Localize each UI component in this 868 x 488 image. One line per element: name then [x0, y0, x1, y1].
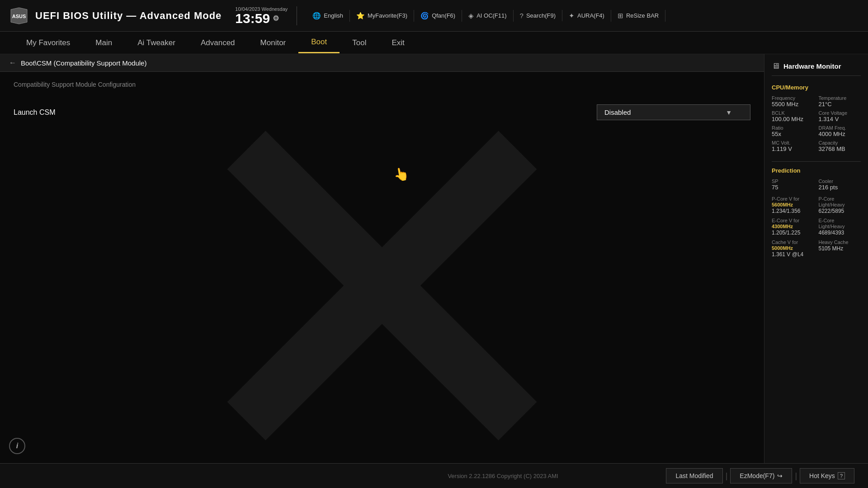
ratio-stat: Ratio 55x: [772, 125, 814, 137]
back-button[interactable]: ←: [9, 59, 16, 67]
nav-ai-tweaker[interactable]: Ai Tweaker: [125, 33, 188, 53]
cooler-label: Cooler: [819, 178, 861, 184]
divider: [772, 161, 861, 162]
dropdown-box[interactable]: Disabled ▼: [597, 104, 750, 120]
dram-freq-label: DRAM Freq.: [819, 125, 861, 131]
mc-volt-stat: MC Volt. 1.119 V: [772, 140, 814, 152]
toolbar-qfan[interactable]: 🌀 Qfan(F6): [414, 10, 462, 22]
nav-exit[interactable]: Exit: [379, 33, 417, 53]
svg-line-3: [246, 150, 518, 421]
hw-monitor-title: Hardware Monitor: [783, 62, 841, 70]
svg-text:ASUS: ASUS: [12, 14, 26, 19]
dropdown-value: Disabled: [604, 108, 631, 116]
temperature-value: 21°C: [819, 101, 861, 108]
info-button[interactable]: i: [9, 438, 25, 454]
toolbar-search-label: Search(F9): [526, 12, 556, 19]
toolbar: 🌐 English ⭐ MyFavorite(F3) 🌀 Qfan(F6) ◈ …: [306, 10, 859, 22]
toolbar-english[interactable]: 🌐 English: [306, 10, 350, 22]
heavy-cache-value: 5105 MHz: [819, 245, 861, 252]
main-layout: ← Boot\CSM (Compatibility Support Module…: [0, 54, 868, 463]
cache-v-label: Cache V for: [772, 239, 814, 245]
ecore-lh-value: 4689/4393: [819, 230, 861, 236]
temperature-stat: Temperature 21°C: [819, 95, 861, 108]
mc-volt-value: 1.119 V: [772, 145, 814, 152]
star-icon: ⭐: [356, 12, 365, 20]
toolbar-search[interactable]: ? Search(F9): [514, 10, 562, 21]
pcore-v-value: 1.234/1.356: [772, 208, 814, 214]
breadcrumb-bar: ← Boot\CSM (Compatibility Support Module…: [0, 54, 764, 72]
ratio-label: Ratio: [772, 125, 814, 131]
last-modified-button[interactable]: Last Modified: [666, 468, 722, 483]
ecore-v-col: E-Core V for 4300MHz 1.205/1.225: [772, 218, 814, 236]
toolbar-english-label: English: [324, 12, 343, 19]
toolbar-resizebar[interactable]: ⊞ ReSize BAR: [611, 10, 665, 22]
temperature-label: Temperature: [819, 95, 861, 101]
nav-advanced[interactable]: Advanced: [188, 33, 248, 53]
pcore-freq: 5600MHz: [772, 202, 814, 207]
cache-v-col: Cache V for 5000MHz 1.361 V @L4: [772, 239, 814, 258]
bclk-stat: BCLK 100.00 MHz: [772, 110, 814, 122]
core-voltage-value: 1.314 V: [819, 116, 861, 122]
ecore-freq: 4300MHz: [772, 224, 814, 229]
ezmode-icon: ↪: [777, 472, 783, 479]
ezmode-button[interactable]: EzMode(F7) ↪: [730, 468, 792, 483]
dram-freq-stat: DRAM Freq. 4000 MHz: [819, 125, 861, 137]
nav-boot[interactable]: Boot: [298, 32, 340, 53]
svg-line-4: [246, 150, 518, 421]
toolbar-aura[interactable]: ✦ AURA(F4): [562, 10, 611, 22]
mc-volt-label: MC Volt.: [772, 140, 814, 145]
resize-icon: ⊞: [618, 12, 623, 20]
footer-version: Version 2.22.1286 Copyright (C) 2023 AMI: [340, 473, 666, 479]
settings-icon[interactable]: ⚙: [273, 15, 279, 22]
cache-freq: 5000MHz: [772, 245, 814, 251]
breadcrumb: Boot\CSM (Compatibility Support Module): [21, 59, 146, 67]
ratio-value: 55x: [772, 131, 814, 137]
cooler-value: 216 pts: [819, 184, 861, 191]
toolbar-aioc[interactable]: ◈ AI OC(F11): [462, 10, 513, 22]
hotkeys-button[interactable]: Hot Keys ?: [800, 468, 854, 483]
time-display: 13:59 ⚙: [235, 12, 288, 25]
cpu-memory-stats: Frequency 5500 MHz Temperature 21°C BCLK…: [772, 95, 861, 152]
nav-tool[interactable]: Tool: [340, 33, 379, 53]
nav-my-favorites[interactable]: My Favorites: [14, 33, 83, 53]
sp-value: 75: [772, 184, 814, 191]
toolbar-aura-label: AURA(F4): [577, 12, 604, 19]
launch-csm-dropdown[interactable]: Disabled ▼: [597, 104, 750, 120]
hotkeys-label: Hot Keys: [809, 472, 835, 479]
toolbar-qfan-label: Qfan(F6): [432, 12, 455, 19]
ecore-prediction-row: E-Core V for 4300MHz 1.205/1.225 E-Core …: [772, 218, 861, 236]
ecore-lh-col: E-Core Light/Heavy 4689/4393: [819, 218, 861, 236]
heavy-cache-col: Heavy Cache 5105 MHz: [819, 239, 861, 258]
ezmode-label: EzMode(F7): [740, 472, 774, 479]
fan-icon: 🌀: [420, 12, 429, 20]
asus-logo-icon: ASUS: [9, 6, 29, 26]
datetime-area: 10/04/2023 Wednesday 13:59 ⚙: [235, 6, 297, 25]
decorative-x: [224, 127, 540, 444]
cache-v-value: 1.361 V @L4: [772, 251, 814, 258]
toolbar-myfavorite[interactable]: ⭐ MyFavorite(F3): [350, 10, 414, 22]
prediction-section-header: Prediction: [772, 167, 861, 174]
capacity-stat: Capacity 32768 MB: [819, 140, 861, 152]
ecore-v-label: E-Core V for: [772, 218, 814, 223]
nav-menu: My Favorites Main Ai Tweaker Advanced Mo…: [0, 32, 868, 54]
pcore-lh-value: 6222/5895: [819, 208, 861, 214]
heavy-cache-label: Heavy Cache: [819, 239, 861, 245]
sp-stat: SP 75: [772, 178, 814, 191]
capacity-label: Capacity: [819, 140, 861, 145]
background-design: [0, 108, 764, 463]
toolbar-resizebar-label: ReSize BAR: [626, 12, 659, 19]
nav-monitor[interactable]: Monitor: [248, 33, 299, 53]
last-modified-label: Last Modified: [675, 472, 713, 479]
hardware-monitor-panel: 🖥 Hardware Monitor CPU/Memory Frequency …: [764, 54, 868, 463]
section-title: Compatibility Support Module Configurati…: [14, 81, 750, 88]
sp-label: SP: [772, 178, 814, 184]
toolbar-myfavorite-label: MyFavorite(F3): [368, 12, 407, 19]
bclk-label: BCLK: [772, 110, 814, 116]
nav-main[interactable]: Main: [83, 33, 125, 53]
dram-freq-value: 4000 MHz: [819, 131, 861, 137]
hw-monitor-header: 🖥 Hardware Monitor: [772, 61, 861, 76]
core-voltage-stat: Core Voltage 1.314 V: [819, 110, 861, 122]
capacity-value: 32768 MB: [819, 145, 861, 152]
cursor-pointer: 👆: [392, 165, 410, 183]
globe-icon: 🌐: [312, 12, 321, 20]
